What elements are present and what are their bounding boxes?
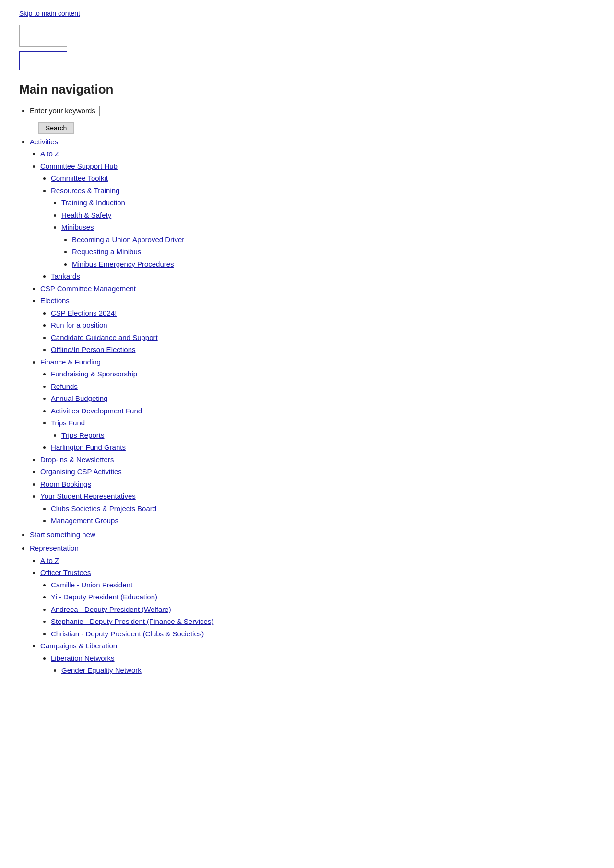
nav-item: A to Z <box>40 149 441 160</box>
skip-link[interactable]: Skip to main content <box>19 10 441 17</box>
nav-link[interactable]: CSP Committee Management <box>40 284 136 293</box>
main-nav-list: ActivitiesA to ZCommittee Support HubCom… <box>30 137 441 676</box>
nav-item: Becoming a Union Approved Driver <box>72 235 441 246</box>
nav-item: Refunds <box>51 381 441 392</box>
nav-link[interactable]: Stephanie - Deputy President (Finance & … <box>51 617 213 625</box>
nav-item: Annual Budgeting <box>51 393 441 404</box>
nav-item: ElectionsCSP Elections 2024!Run for a po… <box>40 295 441 355</box>
nav-link[interactable]: Finance & Funding <box>40 358 101 366</box>
nav-link[interactable]: Health & Safety <box>61 211 111 219</box>
nav-item: Offline/In Person Elections <box>51 344 441 355</box>
logo-bottom <box>19 51 67 70</box>
nav-item: Minibus Emergency Procedures <box>72 259 441 270</box>
nav-item: Finance & FundingFundraising & Sponsorsh… <box>40 357 441 453</box>
nav-link[interactable]: Refunds <box>51 382 78 390</box>
nav-item: Yi - Deputy President (Education) <box>51 592 441 603</box>
nav-link[interactable]: Liberation Networks <box>51 654 115 662</box>
nav-top-item: ActivitiesA to ZCommittee Support HubCom… <box>30 137 441 527</box>
nav-link[interactable]: Clubs Societies & Projects Board <box>51 504 156 513</box>
main-nav-title: Main navigation <box>19 82 441 97</box>
nav-item: Tankards <box>51 271 441 282</box>
nav-link[interactable]: Tankards <box>51 272 80 280</box>
nav-item: Training & Induction <box>61 198 441 209</box>
nav-link[interactable]: Trips Reports <box>61 431 104 439</box>
nav-item: Organising CSP Activities <box>40 467 441 478</box>
nav-link[interactable]: Trips Fund <box>51 419 85 427</box>
nav-item: CSP Elections 2024! <box>51 308 441 319</box>
nav-item: Requesting a Minibus <box>72 246 441 258</box>
nav-link[interactable]: Campaigns & Liberation <box>40 642 117 650</box>
nav-item: Room Bookings <box>40 479 441 490</box>
logo-top <box>19 25 67 47</box>
nav-item: MinibusesBecoming a Union Approved Drive… <box>61 222 441 270</box>
nav-item: Trips Reports <box>61 430 441 441</box>
search-list-item: Enter your keywords Search <box>30 106 441 134</box>
nav-link[interactable]: Committee Toolkit <box>51 174 108 182</box>
nav-link[interactable]: Committee Support Hub <box>40 162 118 170</box>
nav-item: Committee Toolkit <box>51 173 441 184</box>
nav-top-item: Start something new <box>30 529 441 540</box>
nav-link[interactable]: Officer Trustees <box>40 568 91 576</box>
nav-item: Management Groups <box>51 516 441 527</box>
nav-link[interactable]: Becoming a Union Approved Driver <box>72 235 184 244</box>
nav-link[interactable]: Drop-ins & Newsletters <box>40 456 114 464</box>
nav-link[interactable]: Annual Budgeting <box>51 394 107 402</box>
nav-item: Campaigns & LiberationLiberation Network… <box>40 641 441 676</box>
nav-item: Harlington Fund Grants <box>51 442 441 453</box>
nav-item: Health & Safety <box>61 210 441 221</box>
nav-link[interactable]: Gender Equality Network <box>61 666 142 674</box>
nav-link[interactable]: Offline/In Person Elections <box>51 345 135 353</box>
nav-item: Candidate Guidance and Support <box>51 332 441 343</box>
nav-item: Drop-ins & Newsletters <box>40 455 441 466</box>
nav-item: Your Student RepresentativesClubs Societ… <box>40 491 441 527</box>
nav-link[interactable]: Yi - Deputy President (Education) <box>51 593 157 601</box>
nav-link[interactable]: Run for a position <box>51 321 107 329</box>
nav-item: Liberation NetworksGender Equality Netwo… <box>51 653 441 676</box>
nav-top-link[interactable]: Activities <box>30 138 58 146</box>
nav-link[interactable]: Christian - Deputy President (Clubs & So… <box>51 630 204 638</box>
nav-item: Clubs Societies & Projects Board <box>51 504 441 515</box>
nav-item: Committee Support HubCommittee ToolkitRe… <box>40 161 441 282</box>
nav-link[interactable]: Activities Development Fund <box>51 407 142 415</box>
nav-item: Stephanie - Deputy President (Finance & … <box>51 616 441 627</box>
nav-link[interactable]: Your Student Representatives <box>40 492 136 500</box>
nav-link[interactable]: Andreea - Deputy President (Welfare) <box>51 605 171 613</box>
nav-item: Activities Development Fund <box>51 406 441 417</box>
nav-link[interactable]: Camille - Union President <box>51 581 132 589</box>
nav-link[interactable]: Candidate Guidance and Support <box>51 333 158 341</box>
search-label: Enter your keywords <box>30 106 95 117</box>
nav-link[interactable]: Resources & Training <box>51 187 119 195</box>
nav-link[interactable]: Elections <box>40 296 70 305</box>
nav-item: Run for a position <box>51 320 441 331</box>
nav-top-link[interactable]: Start something new <box>30 530 95 539</box>
nav-link[interactable]: Room Bookings <box>40 480 91 488</box>
nav-link[interactable]: Harlington Fund Grants <box>51 443 126 451</box>
nav-item: Christian - Deputy President (Clubs & So… <box>51 629 441 640</box>
nav-link[interactable]: Fundraising & Sponsorship <box>51 370 137 378</box>
nav-link[interactable]: Requesting a Minibus <box>72 247 141 256</box>
nav-item: Trips FundTrips Reports <box>51 418 441 441</box>
nav-link[interactable]: Management Groups <box>51 516 118 525</box>
nav-item: Fundraising & Sponsorship <box>51 369 441 380</box>
nav-item: Camille - Union President <box>51 580 441 591</box>
nav-link[interactable]: A to Z <box>40 556 59 564</box>
search-button[interactable]: Search <box>38 122 74 134</box>
nav-link[interactable]: Minibus Emergency Procedures <box>72 260 174 268</box>
nav-link[interactable]: A to Z <box>40 150 59 158</box>
nav-link[interactable]: Minibuses <box>61 223 94 231</box>
nav-item: Andreea - Deputy President (Welfare) <box>51 604 441 615</box>
nav-item: Gender Equality Network <box>61 665 441 676</box>
nav-link[interactable]: Organising CSP Activities <box>40 468 122 476</box>
nav-link[interactable]: CSP Elections 2024! <box>51 309 117 317</box>
nav-top-link[interactable]: Representation <box>30 544 79 552</box>
nav-item: CSP Committee Management <box>40 283 441 294</box>
nav-item: Officer TrusteesCamille - Union Presiden… <box>40 567 441 639</box>
nav-top-item: RepresentationA to ZOfficer TrusteesCami… <box>30 543 441 676</box>
nav-item: A to Z <box>40 555 441 566</box>
search-input[interactable] <box>99 106 166 116</box>
nav-item: Resources & TrainingTraining & Induction… <box>51 186 441 270</box>
nav-link[interactable]: Training & Induction <box>61 199 125 207</box>
